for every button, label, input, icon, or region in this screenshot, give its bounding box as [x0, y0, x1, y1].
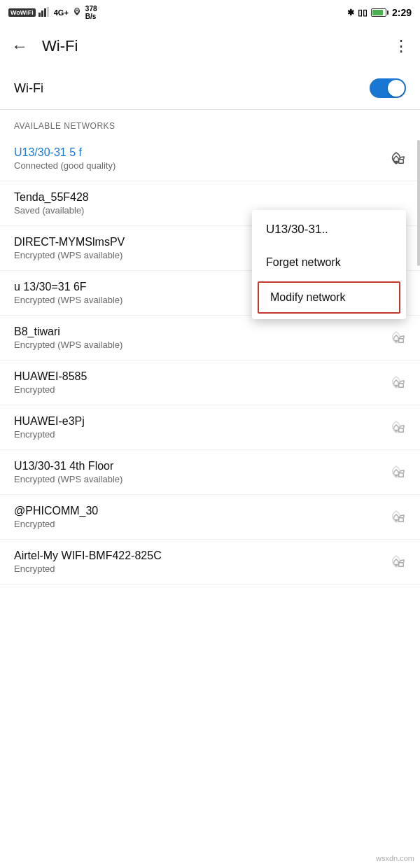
- wifi-lock-icon: [386, 330, 406, 346]
- network-name: HUAWEI-e3Pj: [14, 415, 379, 428]
- app-bar: ← Wi-Fi ⋮: [0, 25, 420, 67]
- wifi-lock-icon: [386, 375, 406, 391]
- bluetooth-icon: ✱: [347, 8, 354, 18]
- watermark: wsxdn.com: [376, 854, 414, 862]
- network-status: Encrypted (WPS available): [14, 474, 379, 484]
- wifi-lock-icon: [386, 554, 406, 570]
- network-name: B8_tiwari: [14, 326, 379, 338]
- wifi-icon-container: [386, 510, 406, 525]
- network-info: U13/30-31 5 f Connected (good quality): [14, 146, 379, 171]
- network-name: U13/30-31 4th Floor: [14, 460, 379, 472]
- network-item[interactable]: HUAWEI-e3Pj Encrypted: [0, 405, 420, 450]
- svg-rect-11: [400, 384, 403, 386]
- network-info: B8_tiwari Encrypted (WPS available): [14, 326, 379, 350]
- svg-rect-5: [400, 160, 403, 162]
- network-name: @PHICOMM_30: [14, 505, 379, 517]
- time-display: 2:29: [392, 7, 412, 18]
- vibrate-icon: ▯▯: [358, 8, 368, 18]
- wifi-icon-container: [386, 375, 406, 391]
- status-left: WoWiFi 4G+ 378B/s: [8, 5, 97, 20]
- status-bar: WoWiFi 4G+ 378B/s ✱ ▯▯: [0, 0, 420, 25]
- wifi-toggle-switch[interactable]: [370, 78, 406, 98]
- wifi-toggle-row: Wi-Fi: [0, 67, 420, 110]
- wifi-icon-container: [386, 554, 406, 570]
- status-right: ✱ ▯▯ 2:29: [347, 7, 412, 18]
- wifi-toggle-label: Wi-Fi: [14, 81, 43, 96]
- network-list: U13/30-31 5 f Connected (good quality) T…: [0, 136, 420, 584]
- forget-network-option[interactable]: Forget network: [252, 246, 406, 279]
- wifi-lock-icon: [386, 465, 406, 480]
- wowifi-badge: WoWiFi: [8, 8, 36, 17]
- back-button[interactable]: ←: [11, 36, 28, 56]
- network-name: HUAWEI-8585: [14, 370, 379, 383]
- data-speed: 378B/s: [85, 5, 97, 20]
- network-info: Airtel-My WIFI-BMF422-825C Encrypted: [14, 550, 379, 574]
- network-item[interactable]: HUAWEI-8585 Encrypted: [0, 360, 420, 405]
- svg-rect-15: [400, 473, 403, 476]
- network-status: Encrypted: [14, 564, 379, 574]
- network-name: Tenda_55F428: [14, 191, 406, 204]
- more-options-button[interactable]: ⋮: [393, 37, 409, 55]
- svg-rect-1: [41, 10, 43, 17]
- network-name: Airtel-My WIFI-BMF422-825C: [14, 550, 379, 562]
- network-status: Connected (good quality): [14, 160, 379, 171]
- network-item[interactable]: U13/30-31 4th Floor Encrypted (WPS avail…: [0, 450, 420, 495]
- network-item[interactable]: @PHICOMM_30 Encrypted: [0, 495, 420, 540]
- wifi-lock-icon: [386, 510, 406, 525]
- network-item[interactable]: U13/30-31 5 f Connected (good quality): [0, 136, 420, 181]
- svg-rect-2: [44, 8, 46, 17]
- scrollbar[interactable]: [417, 140, 420, 266]
- network-status: Encrypted (WPS available): [14, 340, 379, 350]
- context-menu-title: U13/30-31..: [252, 210, 406, 246]
- context-menu: U13/30-31.. Forget network Modify networ…: [252, 210, 406, 319]
- svg-rect-19: [400, 563, 403, 566]
- network-item[interactable]: Airtel-My WIFI-BMF422-825C Encrypted: [0, 540, 420, 584]
- wifi-lock-icon: [386, 151, 406, 167]
- network-status: Encrypted: [14, 429, 379, 440]
- signal-strength: [38, 7, 51, 18]
- page-title: Wi-Fi: [42, 37, 393, 55]
- network-item[interactable]: B8_tiwari Encrypted (WPS available): [0, 316, 420, 360]
- network-status: Encrypted: [14, 519, 379, 529]
- wifi-icon-container: [386, 420, 406, 435]
- wifi-status-icon: [71, 8, 83, 18]
- svg-rect-9: [400, 339, 403, 342]
- svg-rect-0: [38, 13, 41, 17]
- network-info: HUAWEI-8585 Encrypted: [14, 370, 379, 395]
- network-info: @PHICOMM_30 Encrypted: [14, 505, 379, 529]
- svg-rect-13: [400, 428, 403, 431]
- wifi-icon-container: [386, 151, 406, 167]
- network-info: HUAWEI-e3Pj Encrypted: [14, 415, 379, 440]
- network-name: U13/30-31 5 f: [14, 146, 379, 159]
- svg-rect-17: [400, 518, 403, 521]
- network-type: 4G+: [54, 8, 69, 17]
- wifi-icon-container: [386, 465, 406, 480]
- battery-indicator: [371, 8, 388, 18]
- available-networks-header: AVAILABLE NETWORKS: [0, 110, 420, 136]
- wifi-icon-container: [386, 330, 406, 346]
- network-info: U13/30-31 4th Floor Encrypted (WPS avail…: [14, 460, 379, 484]
- wifi-lock-icon: [386, 420, 406, 435]
- svg-rect-3: [47, 7, 49, 17]
- network-status: Encrypted: [14, 384, 379, 395]
- modify-network-option[interactable]: Modify network: [258, 281, 400, 314]
